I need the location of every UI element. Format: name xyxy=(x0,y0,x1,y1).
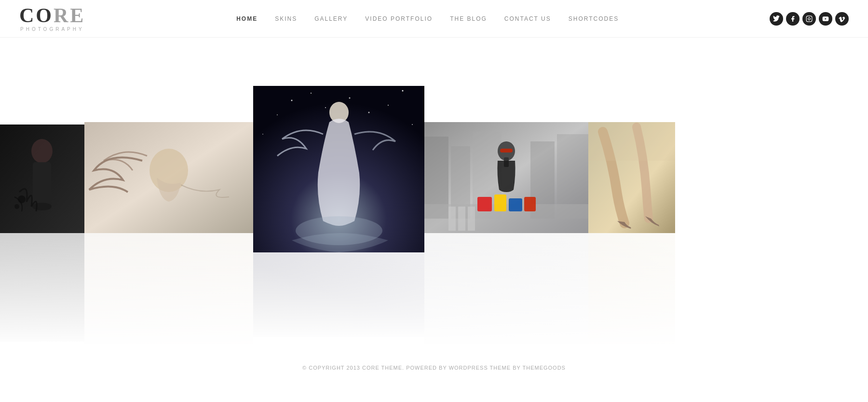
svg-point-7 xyxy=(18,195,26,203)
nav-shortcodes[interactable]: SHORTCODES xyxy=(569,15,619,22)
photo-col-2[interactable] xyxy=(84,38,253,356)
photo-col-5[interactable] xyxy=(588,38,675,356)
photo-col-3[interactable] xyxy=(253,38,424,356)
photo-col-4[interactable] xyxy=(424,38,588,356)
photo-1-reflection xyxy=(0,233,84,342)
footer: © COPYRIGHT 2013 CORE THEME. POWERED BY … xyxy=(0,356,868,375)
facebook-icon[interactable] xyxy=(786,12,800,26)
svg-point-18 xyxy=(412,124,413,125)
photo-4-main xyxy=(424,122,588,233)
svg-rect-31 xyxy=(448,207,456,231)
nav-home[interactable]: HOME xyxy=(236,15,258,22)
svg-rect-38 xyxy=(494,194,506,211)
logo-text: CORE xyxy=(19,5,85,26)
svg-rect-35 xyxy=(500,149,513,152)
logo[interactable]: CORE PHOTOGRAPHY xyxy=(19,5,85,32)
svg-rect-40 xyxy=(524,197,536,211)
twitter-icon[interactable] xyxy=(770,12,783,26)
vimeo-icon[interactable] xyxy=(835,12,849,26)
svg-point-8 xyxy=(14,204,19,209)
nav-skins[interactable]: SKINS xyxy=(275,15,297,22)
svg-rect-0 xyxy=(806,16,812,22)
nav-the-blog[interactable]: THE BLOG xyxy=(450,15,487,22)
svg-point-13 xyxy=(311,93,312,94)
social-icons-group xyxy=(770,12,849,26)
svg-point-14 xyxy=(349,97,351,99)
svg-point-6 xyxy=(32,203,52,210)
instagram-icon[interactable] xyxy=(802,12,816,26)
photo-4-reflection xyxy=(424,233,588,344)
svg-point-21 xyxy=(262,134,263,135)
svg-point-20 xyxy=(368,112,370,113)
nav-gallery[interactable]: GALLERY xyxy=(314,15,348,22)
header: CORE PHOTOGRAPHY HOME SKINS GALLERY VIDE… xyxy=(0,0,868,38)
photo-2-reflection xyxy=(84,233,253,344)
nav-video-portfolio[interactable]: VIDEO PORTFOLIO xyxy=(365,15,433,22)
svg-point-19 xyxy=(325,107,326,108)
photo-5-reflection xyxy=(588,233,675,344)
gallery-container xyxy=(0,38,868,356)
svg-rect-42 xyxy=(588,122,675,161)
svg-rect-37 xyxy=(477,197,492,211)
svg-rect-5 xyxy=(33,162,51,206)
photo-3-main xyxy=(253,86,424,252)
photo-3-reflection xyxy=(253,252,424,337)
youtube-icon[interactable] xyxy=(819,12,832,26)
svg-point-4 xyxy=(31,139,53,163)
logo-subtitle: PHOTOGRAPHY xyxy=(20,27,84,32)
nav-contact-us[interactable]: CONTACT US xyxy=(504,15,551,22)
svg-rect-32 xyxy=(458,207,465,231)
photo-1-main xyxy=(0,125,84,233)
svg-point-17 xyxy=(277,114,278,115)
footer-text: © COPYRIGHT 2013 CORE THEME. POWERED BY … xyxy=(302,365,566,371)
svg-rect-33 xyxy=(468,207,475,231)
svg-point-15 xyxy=(388,105,389,106)
photo-col-1[interactable] xyxy=(0,38,84,356)
main-nav: HOME SKINS GALLERY VIDEO PORTFOLIO THE B… xyxy=(85,15,770,22)
photo-5-main xyxy=(588,122,675,233)
svg-rect-39 xyxy=(509,198,522,211)
svg-point-12 xyxy=(291,100,293,101)
photo-2-main xyxy=(84,122,253,233)
svg-point-16 xyxy=(402,90,404,92)
